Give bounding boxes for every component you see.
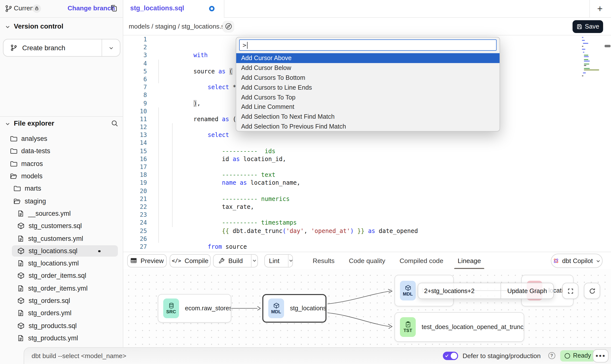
model-badge: MDL: [268, 298, 284, 318]
file-row[interactable]: stg_products.sql: [0, 319, 123, 332]
line-number: 26: [123, 235, 147, 243]
dbt-copilot-button[interactable]: dbt Copilot: [551, 254, 603, 268]
code-line[interactable]: 23 {{ dbt.date_trunc('day', 'opened_at')…: [123, 211, 611, 219]
dbt-cloud-ide: Current Change branch Version control Cr…: [0, 0, 611, 364]
create-branch-button[interactable]: Create branch: [3, 39, 120, 57]
version-control-header[interactable]: Version control: [0, 22, 123, 33]
graph-selector-input[interactable]: 2+stg_locations+2: [418, 283, 501, 298]
cube-icon: [273, 302, 279, 309]
code-line[interactable]: 22 ---------- timestamps: [123, 203, 611, 211]
breadcrumb-row: models / staging / stg_locations.sql Sav…: [123, 17, 611, 35]
command-item[interactable]: Add Selection To Next Find Match: [236, 112, 500, 122]
code-line[interactable]: 21: [123, 195, 611, 203]
file-row[interactable]: stg_orders.sql: [0, 295, 123, 307]
panel-tab[interactable]: Code quality: [349, 252, 385, 269]
help-icon[interactable]: ?: [548, 352, 555, 359]
code-line[interactable]: 13 ---------- ids: [123, 131, 611, 139]
new-tab-button[interactable]: +: [595, 3, 605, 14]
file-row[interactable]: stg_products.yml: [0, 332, 123, 345]
file-row[interactable]: data-tests: [0, 145, 123, 158]
command-item[interactable]: Add Line Comment: [236, 102, 500, 112]
code-line[interactable]: 17 name as location_name,: [123, 163, 611, 171]
folder-icon: [13, 185, 21, 192]
tab-stg-locations[interactable]: stg_locations.sql: [123, 0, 224, 17]
command-item[interactable]: Add Selection To Previous Find Match: [236, 122, 500, 132]
line-number: 2: [123, 43, 147, 51]
graph-selector-bar: 2+stg_locations+2 Update Graph: [418, 283, 554, 299]
lineage-panel[interactable]: SRC ecom.raw_stores MDL stg_locations MD…: [123, 269, 611, 347]
build-button[interactable]: Build: [213, 254, 258, 267]
file-row[interactable]: stg_customers.sql: [0, 220, 123, 232]
command-input[interactable]: dbt build --select <model_name>: [32, 347, 126, 364]
create-branch-dropdown[interactable]: [102, 39, 120, 56]
lineage-node-test[interactable]: TST test_does_location_opened_at_trunc_t…: [395, 312, 524, 342]
file-row[interactable]: analyses: [0, 132, 123, 145]
code-line[interactable]: 19 ---------- numerics: [123, 179, 611, 187]
refresh-button[interactable]: [584, 283, 600, 299]
minimap[interactable]: [580, 35, 610, 81]
file-row[interactable]: stg_locations.sql: [0, 245, 123, 257]
minimap-slider[interactable]: [605, 45, 611, 47]
file-row[interactable]: macros: [0, 157, 123, 170]
current-branch-label: Current: [14, 4, 36, 12]
file-row[interactable]: stg_order_items.sql: [0, 270, 123, 282]
clipboard-check-icon: [405, 321, 411, 328]
save-button[interactable]: Save: [573, 20, 603, 33]
cube-icon: [17, 222, 25, 230]
line-number: 21: [123, 195, 147, 203]
chevron-down-icon: [596, 258, 601, 263]
line-number: 5: [123, 67, 147, 75]
file-row[interactable]: __sources.yml: [0, 207, 123, 220]
folder-icon: [10, 135, 17, 142]
file-row[interactable]: models: [0, 170, 123, 182]
code-line[interactable]: 24: [123, 219, 611, 227]
copy-icon[interactable]: [110, 4, 117, 12]
more-options-button[interactable]: ●●●: [593, 349, 609, 362]
command-item[interactable]: Add Cursors To Top: [236, 92, 500, 102]
command-item[interactable]: Add Cursor Below: [236, 63, 500, 73]
lineage-node-model-selected[interactable]: MDL stg_locations: [262, 294, 326, 323]
file-row[interactable]: staging: [0, 195, 123, 207]
code-line[interactable]: 14 id as location_id,: [123, 139, 611, 147]
lineage-node-source[interactable]: SRC ecom.raw_stores: [158, 294, 231, 323]
fullscreen-button[interactable]: [562, 283, 578, 299]
command-palette-input[interactable]: >: [239, 39, 497, 51]
line-number: 17: [123, 163, 147, 171]
git-branch-icon: [5, 5, 12, 12]
code-line[interactable]: 18: [123, 171, 611, 179]
code-line[interactable]: 15: [123, 147, 611, 155]
explorer-compass-icon[interactable]: [222, 20, 234, 32]
code-line[interactable]: 27 ): [123, 243, 611, 251]
code-line[interactable]: 20 tax_rate,: [123, 187, 611, 195]
file-row[interactable]: stg_locations.yml: [0, 257, 123, 270]
panel-tab[interactable]: Compiled code: [400, 252, 443, 269]
cube-icon: [17, 297, 25, 304]
code-line[interactable]: 16 ---------- text: [123, 155, 611, 163]
build-dropdown[interactable]: [251, 254, 257, 267]
compile-button[interactable]: </> Compile: [170, 254, 211, 267]
code-line[interactable]: 26: [123, 235, 611, 243]
search-icon[interactable]: [111, 120, 118, 127]
file-row[interactable]: marts: [0, 182, 123, 195]
preview-button[interactable]: Preview: [127, 254, 167, 267]
unsaved-dot-icon: [209, 6, 215, 11]
update-graph-button[interactable]: Update Graph: [501, 283, 553, 298]
file-explorer-header[interactable]: File explorer: [0, 119, 123, 130]
defer-toggle[interactable]: [443, 351, 458, 360]
lint-dropdown[interactable]: [288, 254, 293, 267]
command-item[interactable]: Add Cursors To Bottom: [236, 73, 500, 83]
lint-button[interactable]: Lint: [264, 254, 293, 267]
panel-tab[interactable]: Lineage: [458, 252, 481, 269]
file-row[interactable]: stg_customers.yml: [0, 232, 123, 245]
line-number: 25: [123, 227, 147, 235]
wrench-icon: [218, 257, 225, 264]
file-row[interactable]: stg_orders.yml: [0, 307, 123, 319]
source-badge: SRC: [163, 298, 179, 318]
line-number: 22: [123, 203, 147, 211]
command-item[interactable]: Add Cursors to Line Ends: [236, 83, 500, 92]
change-branch-link[interactable]: Change branch: [68, 4, 115, 12]
panel-tabs: ResultsCode qualityCompiled codeLineage: [313, 252, 481, 269]
panel-tab[interactable]: Results: [313, 252, 335, 269]
file-row[interactable]: stg_order_items.yml: [0, 282, 123, 295]
command-item[interactable]: Add Cursor Above: [236, 53, 500, 63]
